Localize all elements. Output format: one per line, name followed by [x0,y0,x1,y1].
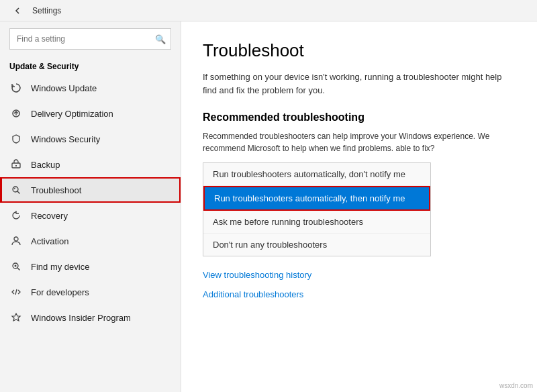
search-input[interactable] [9,28,171,50]
troubleshoot-icon [9,183,23,197]
svg-point-3 [14,237,18,241]
svg-point-5 [15,265,17,267]
watermark: wsxdn.com [499,382,533,389]
title-bar: Settings [0,0,537,21]
developers-icon [9,285,23,299]
recovery-icon [9,209,23,222]
sidebar-label-backup: Backup [31,160,60,170]
svg-line-6 [15,289,17,295]
back-button[interactable] [8,1,27,20]
dropdown-item-notify[interactable]: Run troubleshooters automatically, then … [203,186,430,211]
backup-icon [9,158,23,171]
view-history-link[interactable]: View troubleshooting history [203,270,516,280]
dropdown-item-dont-notify[interactable]: Run troubleshooters automatically, don't… [203,163,430,186]
sidebar-item-find-my-device[interactable]: Find my device [0,254,181,279]
windows-insider-icon [9,311,23,324]
sidebar-label-for-developers: For developers [31,287,89,297]
sidebar-label-troubleshoot: Troubleshoot [31,185,81,195]
main-layout: 🔍 Update & Security Windows Update Deliv… [0,21,537,392]
dropdown-item-dont-run[interactable]: Don't run any troubleshooters [203,234,430,256]
sidebar-section-title: Update & Security [0,56,181,75]
sidebar-item-troubleshoot[interactable]: Troubleshoot [0,177,181,203]
sidebar-label-windows-security: Windows Security [31,134,100,144]
sidebar-label-windows-update: Windows Update [31,83,97,93]
svg-marker-7 [12,313,20,321]
sidebar-item-windows-update[interactable]: Windows Update [0,75,181,101]
sidebar-item-delivery-optimization[interactable]: Delivery Optimization [0,101,181,126]
sidebar-label-find-my-device: Find my device [31,262,89,272]
additional-troubleshooters-link[interactable]: Additional troubleshooters [203,289,516,299]
windows-update-icon [9,81,23,95]
sidebar-item-backup[interactable]: Backup [0,152,181,177]
troubleshoot-dropdown: Run troubleshooters automatically, don't… [203,162,431,256]
page-title: Troubleshoot [203,40,516,61]
sidebar-item-windows-security[interactable]: Windows Security [0,126,181,152]
windows-security-icon [9,132,23,146]
sidebar-item-for-developers[interactable]: For developers [0,279,181,305]
search-container: 🔍 [9,28,171,50]
sidebar-label-activation: Activation [31,236,68,246]
dropdown-item-ask-before[interactable]: Ask me before running troubleshooters [203,211,430,234]
sidebar-item-activation[interactable]: Activation [0,228,181,254]
section-title: Recommended troubleshooting [203,111,516,124]
sidebar-label-recovery: Recovery [31,211,68,221]
page-description: If something on your device isn't workin… [203,70,516,97]
app-title: Settings [32,6,61,15]
section-description: Recommended troubleshooters can help imp… [203,130,516,154]
sidebar-label-delivery-optimization: Delivery Optimization [31,109,113,119]
sidebar-label-windows-insider: Windows Insider Program [31,313,131,323]
sidebar: 🔍 Update & Security Windows Update Deliv… [0,21,181,392]
sidebar-item-recovery[interactable]: Recovery [0,203,181,228]
activation-icon [9,234,23,248]
sidebar-item-windows-insider[interactable]: Windows Insider Program [0,305,181,330]
search-icon: 🔍 [155,34,166,44]
content-area: Troubleshoot If something on your device… [181,21,537,392]
find-device-icon [9,260,23,273]
delivery-optimization-icon [9,107,23,120]
